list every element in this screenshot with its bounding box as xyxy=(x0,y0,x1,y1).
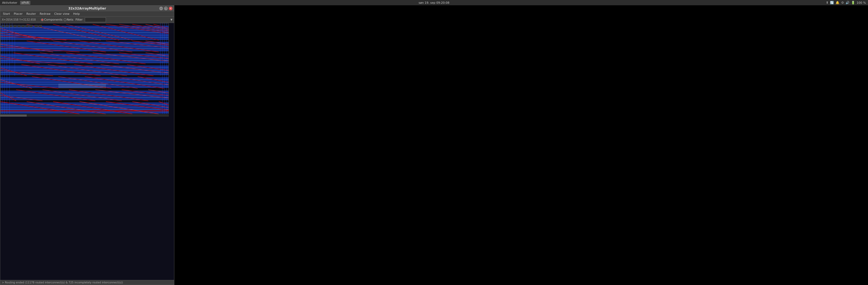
close-button[interactable]: ✕ xyxy=(169,7,173,10)
toolbar: X=3554.558 Y=3132.658 Components Nets Fi… xyxy=(0,16,174,23)
svg-rect-37 xyxy=(13,25,17,27)
menu-help[interactable]: Help xyxy=(71,12,81,16)
svg-rect-34 xyxy=(2,25,5,27)
menu-placer[interactable]: Placer xyxy=(12,12,24,16)
update-icon: 🔄 xyxy=(830,1,834,4)
pcb-visualization xyxy=(0,23,174,280)
title-bar: 32x32ArrayMultiplier — ❐ ✕ xyxy=(0,5,174,11)
svg-rect-41 xyxy=(29,25,32,27)
coordinates-display: X=3554.558 Y=3132.658 xyxy=(2,18,39,21)
view-toggle-group: Components Nets xyxy=(41,18,73,22)
right-panel xyxy=(174,5,868,285)
svg-rect-42 xyxy=(35,25,38,27)
window-controls: — ❐ ✕ xyxy=(159,7,173,10)
components-label: Components xyxy=(44,18,63,22)
nets-radio[interactable]: Nets xyxy=(64,18,73,22)
maximize-button[interactable]: ❐ xyxy=(164,7,168,10)
aktiviteter-label[interactable]: Aktiviteter xyxy=(2,1,18,4)
nets-label: Nets xyxy=(67,18,73,22)
filter-input[interactable] xyxy=(85,17,106,22)
app-window: 32x32ArrayMultiplier — ❐ ✕ Start Placer … xyxy=(0,5,174,285)
svg-rect-35 xyxy=(5,25,9,27)
battery-percent: 100 % xyxy=(857,1,866,4)
svg-rect-123 xyxy=(58,84,106,88)
pcb-canvas-area[interactable] xyxy=(0,23,174,280)
filter-dropdown-arrow[interactable]: ▼ xyxy=(170,18,173,21)
menu-clearview[interactable]: Clear view xyxy=(53,12,71,16)
svg-rect-40 xyxy=(25,25,29,27)
menu-start[interactable]: Start xyxy=(1,12,11,16)
svg-rect-43 xyxy=(38,25,42,27)
components-radio[interactable]: Components xyxy=(41,18,63,22)
svg-rect-39 xyxy=(21,25,25,27)
menu-redraw[interactable]: Redraw xyxy=(38,12,52,16)
filter-label: Filter xyxy=(75,18,83,22)
notification-icon: 🔔 xyxy=(836,1,839,4)
components-radio-dot xyxy=(41,19,43,21)
upload-icon: ⬆ xyxy=(826,1,828,4)
system-bar: Aktiviteter ePnR søn 19. sep 09:20:08 ⬆ … xyxy=(0,0,868,5)
system-bar-left: Aktiviteter ePnR xyxy=(2,1,30,5)
status-message: > Routing ended (11178 routed interconne… xyxy=(2,281,123,284)
status-bar: > Routing ended (11178 routed interconne… xyxy=(0,280,174,285)
system-bar-clock: søn 19. sep 09:20:08 xyxy=(419,1,449,4)
nets-radio-dot xyxy=(64,19,66,21)
window-title: 32x32ArrayMultiplier xyxy=(15,7,159,10)
system-bar-right: ⬆ 🔄 🔔 ⚙ 🔊 🔋 100 % xyxy=(826,1,866,4)
settings-icon: ⚙ xyxy=(841,1,844,4)
menu-router[interactable]: Router xyxy=(25,12,37,16)
svg-rect-2 xyxy=(0,23,174,280)
epnr-menu[interactable]: ePnR xyxy=(20,1,31,5)
svg-rect-38 xyxy=(18,25,21,27)
minimize-button[interactable]: — xyxy=(159,7,163,10)
menu-bar: Start Placer Router Redraw Clear view He… xyxy=(0,11,174,16)
volume-icon: 🔊 xyxy=(845,1,849,4)
svg-rect-177 xyxy=(0,114,27,117)
battery-icon: 🔋 xyxy=(851,1,855,4)
